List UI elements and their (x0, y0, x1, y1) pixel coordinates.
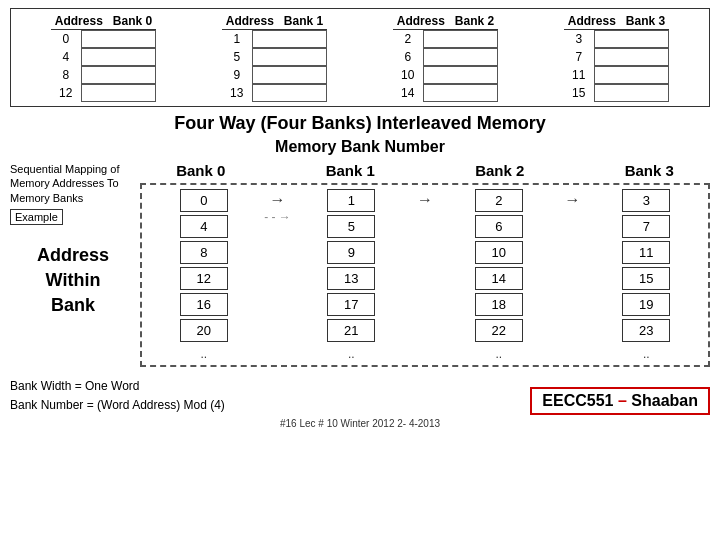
bank-0-addr-3: 12 (51, 84, 81, 102)
bank-1-row-3: 13 (222, 84, 327, 102)
bank-3-data-2 (594, 66, 669, 84)
bank-3-data-3 (594, 84, 669, 102)
arrow-icon-0b: - - → (264, 211, 291, 223)
bank-2-addr-0: 2 (393, 30, 423, 48)
top-tables: Address Bank 0 0 4 8 12 Address (10, 8, 710, 107)
main-title: Four Way (Four Banks) Interleaved Memory (174, 113, 545, 134)
bank-columns-container: 0 4 8 12 16 20 .. → - - → (140, 183, 710, 367)
bank-header-0: Bank 0 (140, 162, 262, 179)
bank-0-cell-1: 4 (180, 215, 228, 238)
bank-0-data-3 (81, 84, 156, 102)
arrow-icon-0: → (270, 192, 286, 208)
bank-2-addr-1: 6 (393, 48, 423, 66)
bank-3-cell-5: 23 (622, 319, 670, 342)
main-container: Address Bank 0 0 4 8 12 Address (0, 0, 720, 540)
bank-1-data-1 (252, 48, 327, 66)
bottom-notes: Bank Width = One Word Bank Number = (Wor… (10, 377, 710, 415)
bank-2-name-header: Bank 2 (451, 13, 498, 29)
bank-1-header: Address Bank 1 (222, 13, 327, 30)
bank-0-addr-1: 4 (51, 48, 81, 66)
bank-table-0: Address Bank 0 0 4 8 12 (51, 13, 156, 102)
bank-0-header: Address Bank 0 (51, 13, 156, 30)
addr-label-2: Within (10, 268, 136, 293)
addr-label-1: Address (10, 243, 136, 268)
bank-1-row-1: 5 (222, 48, 327, 66)
bank-2-cell-4: 18 (475, 293, 523, 316)
bank-2-addr-2: 10 (393, 66, 423, 84)
bank-0-cell-5: 20 (180, 319, 228, 342)
bank-2-row-2: 10 (393, 66, 498, 84)
bank-1-name-header: Bank 1 (280, 13, 327, 29)
seq-mapping-label: Sequential Mapping of Memory Addresses T… (10, 162, 136, 205)
bank-headers-row: Bank 0 Bank 1 Bank 2 Bank 3 (140, 162, 710, 179)
bank-col-2: 2 6 10 14 18 22 .. (439, 189, 559, 361)
bank-1-addr-1: 5 (222, 48, 252, 66)
bank-1-cell-1: 5 (327, 215, 375, 238)
bank-col-3: 3 7 11 15 19 23 .. (587, 189, 707, 361)
bank-1-data-0 (252, 30, 327, 48)
bank-2-data-2 (423, 66, 498, 84)
brand-name: Shaaban (631, 392, 698, 409)
bank-number-formula: Bank Number = (Word Address) Mod (4) (10, 396, 225, 415)
bank-col-0: 0 4 8 12 16 20 .. (144, 189, 264, 361)
bank-3-dotdot: .. (643, 347, 650, 361)
bank-3-row-2: 11 (564, 66, 669, 84)
bank-table-3: Address Bank 3 3 7 11 15 (564, 13, 669, 102)
bank-header-2: Bank 2 (439, 162, 561, 179)
bank-width-formula: Bank Width = One Word (10, 377, 225, 396)
bank-0-data-0 (81, 30, 156, 48)
addr-within-bank: Address Within Bank (10, 243, 136, 319)
bank-3-cell-4: 19 (622, 293, 670, 316)
bank-2-row-1: 6 (393, 48, 498, 66)
slide-info: #16 Lec # 10 Winter 2012 2- 4-2013 (10, 418, 710, 429)
arrow-icon-2: → (565, 192, 581, 208)
bank-1-row-0: 1 (222, 30, 327, 48)
brand-separator: – (614, 392, 632, 409)
bank-2-data-0 (423, 30, 498, 48)
bank-2-dotdot: .. (495, 347, 502, 361)
bank-1-addr-0: 1 (222, 30, 252, 48)
bank-3-header: Address Bank 3 (564, 13, 669, 30)
bank-3-cell-2: 11 (622, 241, 670, 264)
bank-0-row-0: 0 (51, 30, 156, 48)
bank-3-row-3: 15 (564, 84, 669, 102)
bank-0-data-2 (81, 66, 156, 84)
bank-3-cell-3: 15 (622, 267, 670, 290)
bank-1-data-2 (252, 66, 327, 84)
bank-0-data-1 (81, 48, 156, 66)
bank-0-row-3: 12 (51, 84, 156, 102)
diagram-section: Sequential Mapping of Memory Addresses T… (10, 162, 710, 367)
bank-2-cell-2: 10 (475, 241, 523, 264)
bank-0-cell-0: 0 (180, 189, 228, 212)
brand-box: EECC551 – Shaaban (530, 387, 710, 415)
bank-0-cell-2: 8 (180, 241, 228, 264)
example-box: Example (10, 209, 63, 225)
bank-2-addr-3: 14 (393, 84, 423, 102)
bank-0-cell-4: 16 (180, 293, 228, 316)
bank-0-addr-2: 8 (51, 66, 81, 84)
bank-2-row-3: 14 (393, 84, 498, 102)
bank-3-cell-0: 3 (622, 189, 670, 212)
bank-1-data-3 (252, 84, 327, 102)
bank-2-data-1 (423, 48, 498, 66)
bank-2-cell-0: 2 (475, 189, 523, 212)
bank-0-row-2: 8 (51, 66, 156, 84)
bank-1-cell-5: 21 (327, 319, 375, 342)
bank-formulas: Bank Width = One Word Bank Number = (Wor… (10, 377, 225, 415)
bank-3-addr-header: Address (564, 13, 620, 29)
bank-0-addr-0: 0 (51, 30, 81, 48)
bank-2-header: Address Bank 2 (393, 13, 498, 30)
arrow-icon-1: → (417, 192, 433, 208)
bank-2-data-3 (423, 84, 498, 102)
bank-header-1: Bank 1 (290, 162, 412, 179)
bank-2-addr-header: Address (393, 13, 449, 29)
bank-2-cell-5: 22 (475, 319, 523, 342)
bank-0-name-header: Bank 0 (109, 13, 156, 29)
bank-3-addr-0: 3 (564, 30, 594, 48)
bank-0-dotdot: .. (200, 347, 207, 361)
bank-3-addr-2: 11 (564, 66, 594, 84)
bank-col-1: 1 5 9 13 17 21 .. (292, 189, 412, 361)
bank-1-cell-4: 17 (327, 293, 375, 316)
brand-text: EECC551 (542, 392, 613, 409)
subtitle: Memory Bank Number (275, 138, 445, 156)
